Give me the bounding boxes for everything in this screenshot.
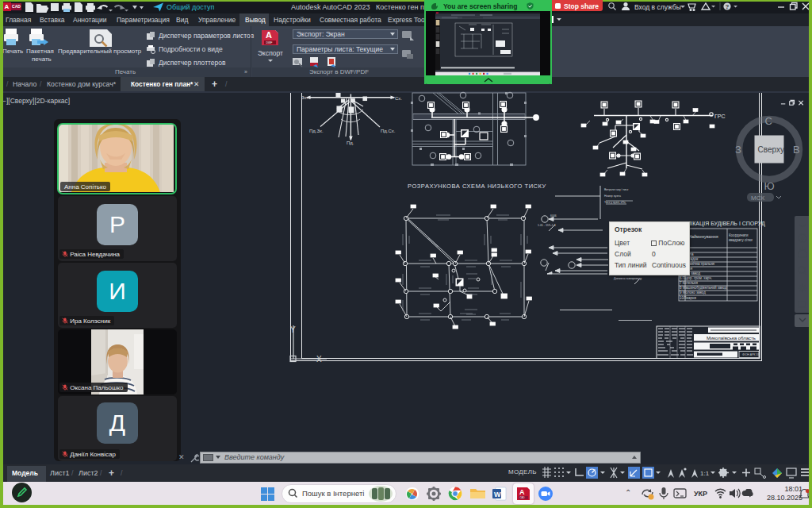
- svg-text:Тиск у вузлі, кПа: Тиск у вузлі, кПа: [604, 201, 626, 204]
- svg-text:DWF: DWF: [266, 41, 273, 44]
- svg-text:ФІОН АРК 33: ФІОН АРК 33: [742, 353, 759, 356]
- svg-text:Номер вузла: Номер вузла: [604, 194, 621, 198]
- svg-text:CAD: CAD: [520, 496, 525, 499]
- svg-text:Предварительный просмотр: Предварительный просмотр: [58, 48, 142, 55]
- svg-text:Сх.: Сх.: [395, 96, 402, 101]
- svg-text:Пд.Сх.: Пд.Сх.: [381, 129, 396, 133]
- svg-text:ГРС: ГРС: [714, 114, 725, 119]
- svg-text:Найменування: Найменування: [688, 234, 718, 239]
- svg-text:Ю: Ю: [764, 180, 775, 192]
- svg-text:Пакетная: Пакетная: [26, 48, 54, 55]
- svg-text:Витрати газу і тиск: Витрати газу і тиск: [604, 188, 629, 191]
- svg-text:Координати: Координати: [729, 233, 749, 237]
- svg-text:6 Підпр. гром. харч.: 6 Підпр. гром. харч.: [680, 276, 712, 280]
- svg-text:Y: Y: [290, 325, 296, 334]
- svg-text:МСК: МСК: [751, 194, 764, 202]
- svg-text:Пд.: Пд.: [347, 140, 354, 145]
- svg-text:10Лікарня: 10Лікарня: [680, 296, 697, 300]
- svg-text:РОЗРАХУНКОВА СХЕМА НИЗЬКОГО ТИ: РОЗРАХУНКОВА СХЕМА НИЗЬКОГО ТИСКУ: [408, 183, 546, 190]
- svg-text:8 Машинобудівельний завод: 8 Машинобудівельний завод: [680, 285, 727, 290]
- svg-text:Печать: Печать: [2, 48, 23, 55]
- svg-text:В: В: [793, 144, 800, 156]
- svg-text:1:1: 1:1: [700, 470, 710, 477]
- svg-text:квадрату сітки: квадрату сітки: [729, 238, 753, 242]
- svg-text:С: С: [765, 115, 772, 127]
- svg-text:X: X: [316, 355, 322, 364]
- svg-text:Довжина газопроводу: Довжина газопроводу: [614, 277, 642, 280]
- svg-text:7 Котельня: 7 Котельня: [680, 281, 699, 285]
- svg-text:З: З: [735, 144, 741, 156]
- svg-text:Диспетчер параметров листов: Диспетчер параметров листов: [159, 32, 255, 40]
- svg-text:Экспорт: Экспорт: [258, 49, 283, 57]
- svg-text:Подробности о виде: Подробности о виде: [159, 45, 223, 53]
- svg-text:Диспетчер плоттеров: Диспетчер плоттеров: [159, 59, 226, 67]
- svg-text:A: A: [519, 488, 525, 496]
- svg-text:Вход в службы: Вход в службы: [634, 3, 681, 11]
- svg-text:6006: 6006: [550, 214, 557, 217]
- svg-text:Сверху: Сверху: [758, 145, 784, 154]
- svg-text:W: W: [494, 491, 501, 498]
- svg-text:Зх.: Зх.: [301, 95, 308, 100]
- svg-text:Пд.Зх.: Пд.Зх.: [309, 129, 324, 133]
- svg-text:Миколаївська область: Миколаївська область: [707, 336, 756, 341]
- svg-text:печать: печать: [32, 56, 52, 63]
- svg-text:9 Молоко завод: 9 Молоко завод: [680, 291, 706, 294]
- svg-text:1.05 - 159+1.3: 1.05 - 159+1.3: [538, 224, 556, 227]
- svg-text:A: A: [266, 30, 272, 40]
- svg-text:?: ?: [726, 3, 730, 10]
